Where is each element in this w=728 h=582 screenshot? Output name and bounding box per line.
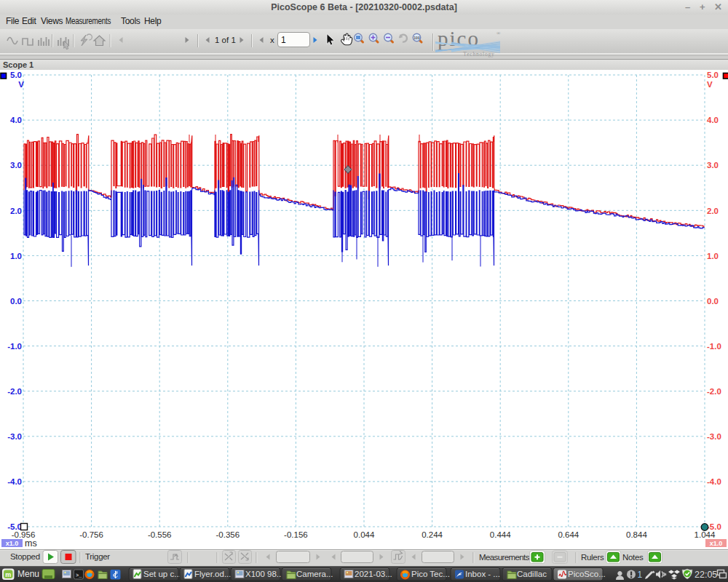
svg-text:0.0: 0.0	[10, 297, 22, 306]
svg-text:Cadillac: Cadillac	[517, 570, 547, 578]
svg-text:V: V	[18, 80, 24, 89]
svg-text:1 of 1: 1 of 1	[215, 36, 236, 44]
svg-text:-0.556: -0.556	[148, 530, 172, 539]
svg-text:-0.356: -0.356	[215, 530, 240, 539]
svg-text:5.0: 5.0	[10, 71, 22, 79]
svg-text:0.0: 0.0	[707, 297, 719, 306]
svg-text:0.044: 0.044	[354, 530, 375, 539]
svg-text:Inbox - ...: Inbox - ...	[465, 570, 500, 578]
svg-text:Menu: Menu	[17, 569, 39, 579]
svg-text:>_: >_	[76, 573, 82, 578]
svg-text:100: 100	[414, 36, 420, 40]
svg-text:PicoSco...: PicoSco...	[568, 570, 606, 578]
svg-text:x: x	[270, 36, 274, 44]
svg-text:-1.0: -1.0	[707, 342, 721, 351]
svg-text:2021-03...: 2021-03...	[355, 570, 392, 578]
svg-text:1.0: 1.0	[707, 252, 719, 260]
svg-text:4.0: 4.0	[10, 116, 22, 124]
svg-text:-2.0: -2.0	[707, 387, 721, 396]
svg-text:0.444: 0.444	[490, 530, 511, 539]
svg-text:3.0: 3.0	[707, 161, 719, 170]
svg-text:3.0: 3.0	[10, 161, 22, 170]
svg-text:Set up c...: Set up c...	[143, 570, 181, 578]
svg-text:Camera...: Camera...	[296, 570, 333, 578]
svg-text:1: 1	[638, 570, 643, 580]
svg-text:0.844: 0.844	[626, 530, 647, 539]
svg-text:x1.0: x1.0	[710, 540, 723, 547]
svg-text:x1.0: x1.0	[6, 540, 19, 547]
svg-text:2.0: 2.0	[707, 207, 719, 215]
svg-text:0.244: 0.244	[422, 530, 443, 539]
svg-text:m: m	[5, 571, 11, 578]
svg-text:Flyer.od...: Flyer.od...	[194, 570, 232, 578]
svg-text:1.0: 1.0	[10, 252, 22, 260]
svg-text:-4.0: -4.0	[7, 477, 22, 486]
svg-text:-2.0: -2.0	[7, 387, 22, 396]
svg-text:-4.0: -4.0	[707, 477, 721, 486]
svg-text:-0.156: -0.156	[284, 530, 308, 539]
svg-text:1.044: 1.044	[695, 530, 716, 539]
svg-text:Measurements: Measurements	[479, 553, 530, 562]
svg-text:X100 98...: X100 98...	[245, 570, 283, 578]
svg-text:Pico Tec...: Pico Tec...	[411, 570, 450, 578]
svg-text:Stopped: Stopped	[10, 552, 40, 561]
svg-text:-1.0: -1.0	[7, 342, 22, 351]
svg-text:Trigger: Trigger	[85, 552, 110, 561]
svg-text:0.644: 0.644	[558, 530, 579, 539]
svg-text:-0.756: -0.756	[79, 530, 103, 539]
svg-text:22:05: 22:05	[695, 570, 717, 580]
svg-text:1: 1	[281, 35, 286, 45]
svg-text:ms: ms	[25, 538, 37, 549]
svg-text:®: ®	[496, 31, 501, 36]
svg-text:-3.0: -3.0	[7, 432, 22, 441]
svg-text:Notes: Notes	[622, 553, 644, 562]
svg-text:5.0: 5.0	[707, 71, 719, 79]
svg-text:V: V	[707, 80, 713, 89]
svg-text:Rulers: Rulers	[581, 553, 604, 562]
svg-text:Technology: Technology	[463, 51, 494, 57]
svg-text:4.0: 4.0	[707, 116, 719, 124]
svg-text:-3.0: -3.0	[707, 432, 721, 441]
svg-text:2.0: 2.0	[10, 207, 22, 215]
